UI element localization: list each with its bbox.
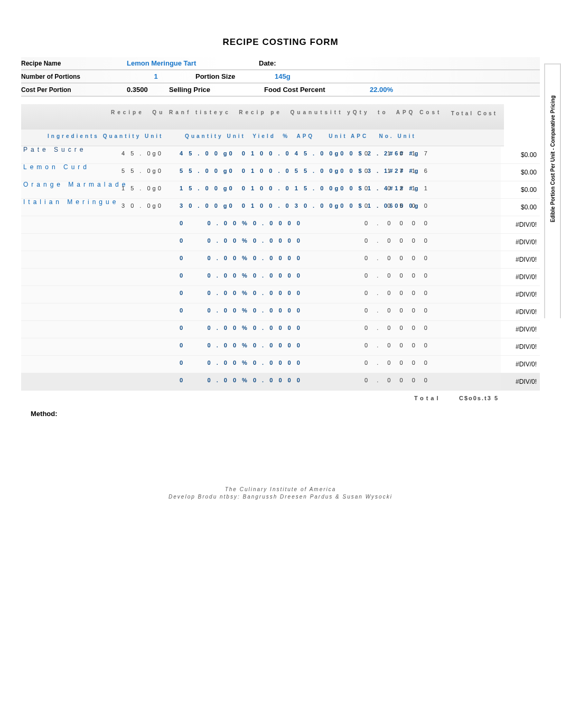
food-cost-percent-label: Food Cost Percent xyxy=(259,86,364,94)
recipe-name-value: Lemon Meringue Tart xyxy=(121,59,254,67)
row-total-cost: 0 . 0 0 0 0 xyxy=(364,255,431,261)
row-mid-values: 0 0 . 0 0 % 0 . 0 0 0 0 xyxy=(180,255,302,261)
row-comparative-price: $0.00 xyxy=(501,169,540,176)
table-header-row-1: Recipe Qu Ranf tisteyc Recip pe Quanutsi… xyxy=(21,104,504,130)
table-row: 0 0 . 0 0 % 0 . 0 0 0 00 . 0 0 0 0#DIV/0… xyxy=(21,303,540,321)
total-value: C$o0s.t3 5 xyxy=(459,395,499,401)
table-row: 0 0 . 0 0 % 0 . 0 0 0 00 . 0 0 0 0#DIV/0… xyxy=(21,356,540,373)
totals-row: Total C$o0s.t3 5 xyxy=(21,391,540,404)
recipe-name-row: Recipe Name Lemon Meringue Tart Date: xyxy=(21,57,540,70)
table-row: 0 0 . 0 0 % 0 . 0 0 0 00 . 0 0 0 0#DIV/0… xyxy=(21,373,540,391)
table-row: Lemon Curd5 5 . 0g05 5 . 0 0 g0 0 1 0 0 … xyxy=(21,164,540,181)
ingredient-name: Pate Sucre xyxy=(23,146,86,153)
row-total-cost: 0 . 0 0 0 0 xyxy=(364,307,431,314)
table-row: 0 0 . 0 0 % 0 . 0 0 0 00 . 0 0 0 0#DIV/0… xyxy=(21,286,540,303)
row-total-cost: 0 . 0 0 0 0 xyxy=(364,220,431,226)
row-total-cost: 0 . 0 0 0 0 xyxy=(364,342,431,348)
row-total-cost: 0 . 1 0 1 7 xyxy=(364,150,431,156)
portions-label: Number of Portions xyxy=(21,73,121,80)
row-mid-values: 0 0 . 0 0 % 0 . 0 0 0 0 xyxy=(180,237,302,244)
vertical-label: Edible Portion Cost Per Unit - Comparati… xyxy=(550,95,556,222)
ingredient-name: Orange Marmalade xyxy=(23,181,128,188)
table-row: Orange Marmalade1 5 . 0g01 5 . 0 0 g0 0 … xyxy=(21,181,540,199)
row-mid-values: 0 0 . 0 0 % 0 . 0 0 0 0 xyxy=(180,325,302,331)
table-header-sub: Ingredients Quantity Unit Quantity Unit … xyxy=(48,133,416,139)
table-row: 0 0 . 0 0 % 0 . 0 0 0 00 . 0 0 0 0#DIV/0… xyxy=(21,338,540,356)
row-comparative-price: #DIV/0! xyxy=(501,256,540,263)
row-comparative-price: #DIV/0! xyxy=(501,326,540,333)
row-total-cost: 0 . 0 0 0 0 xyxy=(364,377,431,383)
row-mid-values: 0 0 . 0 0 % 0 . 0 0 0 0 xyxy=(180,290,302,296)
row-mid-values: 0 0 . 0 0 % 0 . 0 0 0 0 xyxy=(180,360,302,366)
table-row: Italian Meringue3 0 . 0g03 0 . 0 0 g0 0 … xyxy=(21,199,540,216)
row-mid-values: 0 0 . 0 0 % 0 . 0 0 0 0 xyxy=(180,220,302,226)
cost-per-portion-label: Cost Per Portion xyxy=(21,86,121,94)
vertical-label-box: Edible Portion Cost Per Unit - Comparati… xyxy=(544,63,561,254)
table-row: 0 0 . 0 0 % 0 . 0 0 0 00 . 0 0 0 0#DIV/0… xyxy=(21,269,540,286)
row-comparative-price: #DIV/0! xyxy=(501,238,540,246)
portions-value: 1 xyxy=(121,72,190,80)
footer-line-1: The Culinary Institute of America xyxy=(0,486,561,493)
table-row: 0 0 . 0 0 % 0 . 0 0 0 00 . 0 0 0 0#DIV/0… xyxy=(21,251,540,269)
cost-row: Cost Per Portion 0.3500 Selling Price Fo… xyxy=(21,84,540,97)
row-total-cost: 0 . 1 7 1 6 xyxy=(364,168,431,174)
row-total-cost: 0 . 0 0 0 0 xyxy=(364,325,431,331)
table-row: 0 0 . 0 0 % 0 . 0 0 0 00 . 0 0 0 0#DIV/0… xyxy=(21,234,540,251)
total-label: Total xyxy=(414,395,441,401)
row-comparative-price: #DIV/0! xyxy=(501,361,540,368)
row-comparative-price: $0.00 xyxy=(501,204,540,211)
footer-line-2: Develop Brodu ntbsy: Bangrussh Dreesen P… xyxy=(0,493,561,501)
ingredient-name: Italian Meringue xyxy=(23,198,119,206)
page-footer: The Culinary Institute of America Develo… xyxy=(0,486,561,501)
row-total-cost: 0 . 0 5 0 0 xyxy=(364,202,431,209)
ingredient-name: Lemon Curd xyxy=(23,163,90,171)
table-header-main: Recipe Qu Ranf tisteyc Recip pe Quanutsi… xyxy=(111,109,442,115)
cost-per-portion-value: 0.3500 xyxy=(121,86,164,94)
portion-size-label: Portion Size xyxy=(190,72,269,80)
row-comparative-price: #DIV/0! xyxy=(501,308,540,316)
row-mid-values: 0 0 . 0 0 % 0 . 0 0 0 0 xyxy=(180,307,302,314)
row-total-cost: 0 . 0 0 0 0 xyxy=(364,272,431,279)
row-total-cost: 0 . 0 0 0 0 xyxy=(364,237,431,244)
date-label: Date: xyxy=(254,59,282,67)
row-total-cost: 0 . 0 0 0 0 xyxy=(364,360,431,366)
recipe-quantity: 3 0 . 0g0 xyxy=(121,202,163,209)
row-comparative-price: #DIV/0! xyxy=(501,343,540,351)
row-mid-values: 0 0 . 0 0 % 0 . 0 0 0 0 xyxy=(180,377,302,383)
table-row: 0 0 . 0 0 % 0 . 0 0 0 00 . 0 0 0 0#DIV/0… xyxy=(21,321,540,338)
row-comparative-price: #DIV/0! xyxy=(501,378,540,385)
table-header-row-2: Ingredients Quantity Unit Quantity Unit … xyxy=(21,130,504,146)
portions-row: Number of Portions 1 Portion Size 145g xyxy=(21,70,540,84)
row-comparative-price: #DIV/0! xyxy=(501,273,540,281)
recipe-name-label: Recipe Name xyxy=(21,60,121,67)
recipe-quantity: 1 5 . 0g0 xyxy=(121,185,163,191)
recipe-quantity: 4 5 . 0g0 xyxy=(121,150,163,156)
row-mid-values: 0 0 . 0 0 % 0 . 0 0 0 0 xyxy=(180,272,302,279)
selling-price-label: Selling Price xyxy=(164,86,259,94)
portion-size-value: 145g xyxy=(269,72,322,80)
table-header-total: Total Cost xyxy=(451,110,498,116)
row-comparative-price: #DIV/0! xyxy=(501,221,540,228)
row-total-cost: 0 . 0 2 1 1 xyxy=(364,185,431,191)
table-row: 0 0 . 0 0 % 0 . 0 0 0 00 . 0 0 0 0#DIV/0… xyxy=(21,216,540,234)
table-row: Pate Sucre4 5 . 0g04 5 . 0 0 g0 0 1 0 0 … xyxy=(21,146,540,164)
page-title: RECIPE COSTING FORM xyxy=(21,37,540,48)
method-label: Method: xyxy=(31,410,540,418)
row-mid-values: 0 0 . 0 0 % 0 . 0 0 0 0 xyxy=(180,342,302,348)
row-comparative-price: $0.00 xyxy=(501,186,540,193)
row-comparative-price: $0.00 xyxy=(501,151,540,159)
costing-table: Recipe Qu Ranf tisteyc Recip pe Quanutsi… xyxy=(21,104,540,404)
row-comparative-price: #DIV/0! xyxy=(501,291,540,298)
row-total-cost: 0 . 0 0 0 0 xyxy=(364,290,431,296)
food-cost-percent-value: 22.00% xyxy=(364,86,398,94)
recipe-quantity: 5 5 . 0g0 xyxy=(121,168,163,174)
